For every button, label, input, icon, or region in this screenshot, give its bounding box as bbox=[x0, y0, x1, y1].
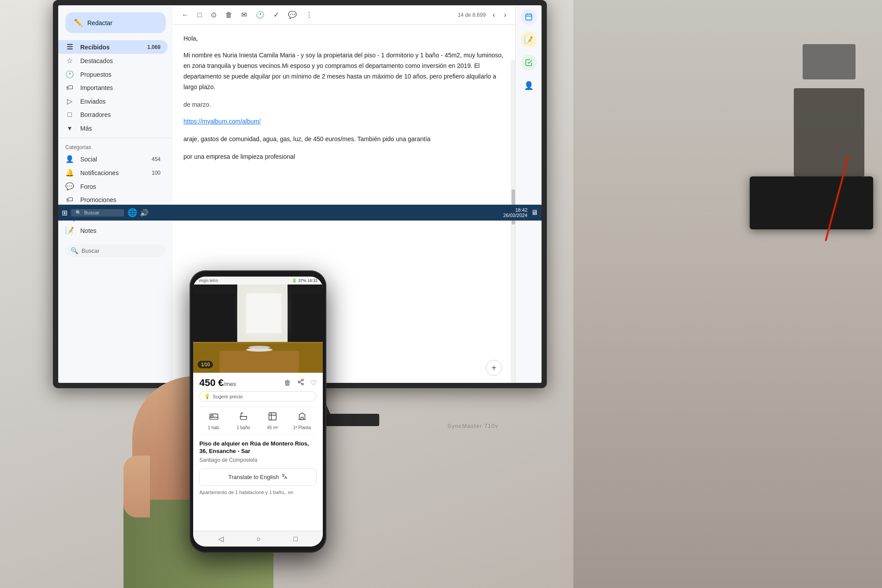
bathrooms-label: 1 baño bbox=[236, 425, 250, 430]
star-icon: ☆ bbox=[65, 56, 74, 65]
price-row: 450 €/mes 🗑 ♡ bbox=[199, 377, 317, 389]
desk-object-2 bbox=[803, 44, 856, 79]
desk-object-1 bbox=[794, 88, 864, 176]
chat-icon[interactable]: 💬 bbox=[286, 9, 299, 21]
kitchen-cabinet-left bbox=[193, 293, 237, 342]
sidebar-item-destacados[interactable]: ☆ Destacados bbox=[58, 54, 168, 67]
sidebar-item-borradores[interactable]: □ Borradores bbox=[58, 108, 168, 121]
delete-listing-icon[interactable]: 🗑 bbox=[284, 379, 291, 387]
battery-pct: 37% bbox=[298, 278, 306, 283]
svg-rect-10 bbox=[269, 413, 277, 420]
report-icon[interactable]: ⊙ bbox=[209, 9, 218, 21]
property-features: 1 hab. 1 baño bbox=[199, 407, 317, 435]
floor-label: 1ª Planta bbox=[293, 425, 311, 430]
price-unit: /mes bbox=[224, 381, 236, 387]
svg-line-7 bbox=[300, 382, 302, 384]
clock2-icon[interactable]: 🕐 bbox=[254, 9, 266, 21]
sidebar-divider bbox=[58, 138, 173, 138]
search-taskbar-icon: 🔍 bbox=[75, 210, 82, 216]
task-icon[interactable]: ✓ bbox=[272, 9, 281, 21]
share-icon[interactable] bbox=[297, 378, 304, 387]
phone-navbar: ◁ ○ □ bbox=[193, 531, 323, 547]
monitor-model: SyncMaster 710v bbox=[448, 423, 498, 429]
more-icon[interactable]: ⋮ bbox=[304, 9, 314, 21]
bed-icon bbox=[209, 412, 219, 423]
feature-area: 45 m² bbox=[258, 412, 288, 430]
search-label[interactable]: Buscar bbox=[82, 247, 99, 254]
property-image[interactable]: 1/10 bbox=[193, 285, 323, 373]
add-button[interactable]: + bbox=[486, 360, 502, 376]
keyboard-stack bbox=[750, 176, 873, 229]
time-display: 16:32 bbox=[307, 278, 318, 283]
email-paragraph-3: por una empresa de limpieza profesional bbox=[183, 152, 505, 162]
sidebar-item-foros[interactable]: 💬 Foros bbox=[58, 180, 168, 193]
next-email-icon[interactable]: › bbox=[502, 9, 508, 21]
right-icon-tasks[interactable] bbox=[521, 55, 537, 71]
area-icon bbox=[268, 412, 277, 423]
taskbar-clock: 18:42 26/03/2024 bbox=[503, 207, 527, 218]
taskbar: ⊞ 🔍 Buscar 🌐 🔊 18:42 26/03/2024 🖥 bbox=[58, 205, 542, 221]
table-surface bbox=[220, 351, 299, 373]
sidebar-item-label: Importantes bbox=[80, 84, 113, 91]
svg-line-8 bbox=[300, 380, 302, 382]
compose-button[interactable]: ✏️ Redactar bbox=[65, 12, 166, 33]
svg-rect-0 bbox=[526, 14, 532, 20]
bath-icon bbox=[239, 412, 248, 423]
nav-back-button[interactable]: ◁ bbox=[218, 535, 224, 543]
email-counter: 14 de 8.699 bbox=[458, 12, 486, 18]
sidebar-item-propuestos[interactable]: 🕐 Propuestos bbox=[58, 67, 168, 81]
favorite-icon[interactable]: ♡ bbox=[310, 379, 317, 387]
sidebar-item-enviados[interactable]: ▷ Enviados bbox=[58, 94, 168, 108]
taskbar-search[interactable]: 🔍 Buscar bbox=[71, 209, 124, 217]
taskbar-notification-icon[interactable]: 🖥 bbox=[531, 209, 538, 217]
delete-icon[interactable]: 🗑 bbox=[224, 9, 234, 21]
suggest-price-button[interactable]: 💡 Sugerir precio bbox=[199, 391, 317, 401]
right-icon-contacts[interactable]: 👤 bbox=[521, 78, 537, 94]
kitchen-cabinet-right bbox=[288, 293, 323, 342]
sidebar-item-label: Borradores bbox=[80, 111, 111, 118]
suggest-icon: 💡 bbox=[204, 393, 210, 399]
right-icon-calendar[interactable] bbox=[521, 9, 537, 25]
sidebar-item-label: Promociones bbox=[80, 196, 116, 203]
right-icon-notes[interactable]: 📝 bbox=[521, 32, 537, 48]
prev-email-icon[interactable]: ‹ bbox=[491, 9, 497, 21]
sidebar-item-social[interactable]: 👤 Social 454 bbox=[58, 152, 168, 166]
phone: Virgin telco 🔋 37% 16:32 1/10 bbox=[190, 270, 326, 553]
translate-label: Translate to English bbox=[228, 474, 279, 480]
taskbar-icon-chrome[interactable]: 🌐 bbox=[127, 208, 137, 217]
sidebar-item-notificaciones[interactable]: 🔔 Notificaciones 100 bbox=[58, 166, 168, 180]
sidebar-item-recibidos[interactable]: ☰ Recibidos 1.069 bbox=[58, 40, 168, 54]
sidebar-item-mas[interactable]: ▾ Más bbox=[58, 121, 168, 135]
sidebar-item-importantes[interactable]: 🏷 Importantes bbox=[58, 81, 168, 94]
taskbar-systray: 🌐 🔊 bbox=[127, 208, 149, 217]
promo-icon: 🏷 bbox=[65, 196, 74, 204]
nav-home-button[interactable]: ○ bbox=[256, 535, 261, 543]
notes-icon: 📝 bbox=[65, 226, 74, 235]
price-value: 450 € bbox=[199, 377, 224, 388]
categories-section-title: Categorías bbox=[58, 141, 173, 152]
sidebar-item-label: Social bbox=[80, 156, 97, 163]
nav-recent-button[interactable]: □ bbox=[293, 535, 298, 543]
email-date-ref: de marzo. bbox=[183, 100, 505, 109]
back-arrow-icon[interactable]: ← bbox=[180, 9, 191, 21]
area-label: 45 m² bbox=[267, 425, 278, 430]
taskbar-icon-files[interactable]: 🔊 bbox=[140, 209, 149, 217]
kitchen-window-light bbox=[246, 293, 281, 333]
email-link[interactable]: https://myalbum.com/album/ bbox=[183, 118, 261, 125]
plate-top bbox=[248, 346, 270, 349]
email-toolbar: ← □ ⊙ 🗑 ✉ 🕐 ✓ 💬 ⋮ 14 de 8.699 ‹ › bbox=[173, 5, 515, 25]
notification-icon: 🔔 bbox=[65, 169, 74, 177]
search-icon: 🔍 bbox=[71, 247, 78, 254]
translate-button[interactable]: Translate to English bbox=[199, 468, 317, 486]
draft-icon: □ bbox=[65, 111, 74, 119]
clock-time: 18:42 bbox=[503, 207, 527, 213]
statusbar-right: 🔋 37% 16:32 bbox=[292, 278, 318, 283]
inbox-badge: 1.069 bbox=[147, 44, 161, 50]
windows-logo-icon[interactable]: ⊞ bbox=[62, 209, 67, 217]
sidebar-item-label: Destacados bbox=[80, 57, 113, 64]
email-icon[interactable]: ✉ bbox=[239, 9, 249, 21]
sidebar-item-label: Recibidos bbox=[80, 44, 110, 51]
sidebar-item-notes[interactable]: 📝 Notes bbox=[58, 224, 168, 237]
inbox-icon: ☰ bbox=[65, 43, 74, 51]
archive-icon[interactable]: □ bbox=[196, 9, 204, 21]
